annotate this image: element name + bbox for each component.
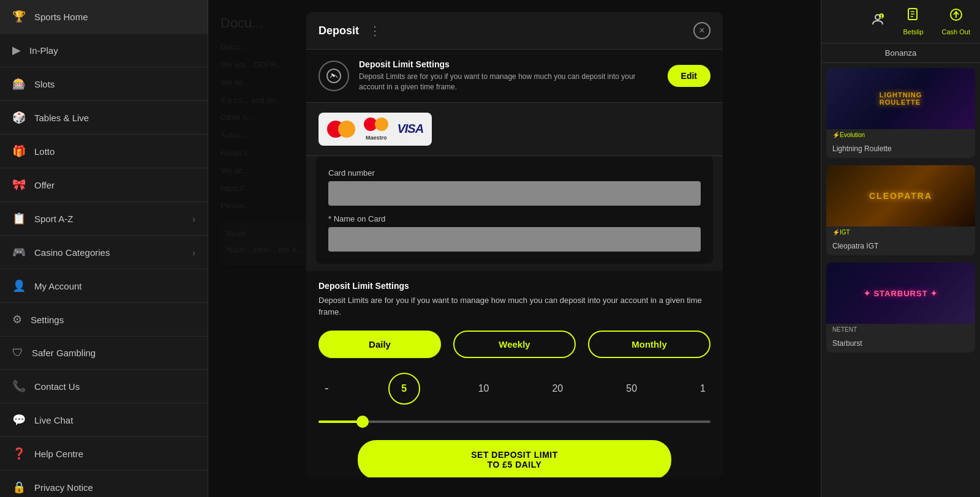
sidebar-item-label: In-Play [29,45,58,56]
sidebar-item-label: Offer [34,180,55,190]
chevron-right-icon: › [192,214,195,224]
account-top-icon: 1 [870,12,885,31]
sidebar-item-contact-us[interactable]: 📞 Contact Us [0,370,208,403]
sidebar-item-lotto[interactable]: 🎁 Lotto [0,135,208,168]
shield-icon: 🛡 [12,346,23,359]
trophy-icon: 🏆 [12,10,26,23]
modal-overlay[interactable]: Deposit ⋮ × Deposit Limit Settings [208,0,821,497]
visa-logo: VISA [397,122,423,136]
amount-preset-10[interactable]: 10 [473,381,494,397]
offer-icon: 🎀 [12,178,26,192]
name-on-card-label: * Name on Card [328,214,701,223]
amount-selector: - 5 10 20 50 1 [318,373,710,405]
maestro-text: Maestro [364,135,388,141]
svg-text:1: 1 [880,14,883,18]
period-buttons-group: Daily Weekly Monthly [318,331,710,358]
top-bar: 1 Betslip C [821,0,980,43]
sidebar-item-label: Casino Categories [34,247,110,258]
daily-period-button[interactable]: Daily [318,331,441,358]
cashout-label: Cash Out [942,28,970,36]
sidebar-item-privacy-notice[interactable]: 🔒 Privacy Notice [0,471,208,497]
cashout-icon [949,7,963,26]
amount-preset-50[interactable]: 50 [621,381,642,397]
sidebar-item-label: My Account [34,281,82,291]
deposit-modal: Deposit ⋮ × Deposit Limit Settings [306,12,723,477]
netent-provider-badge: NETENT [826,324,975,334]
amount-minus-button[interactable]: - [318,378,335,399]
sidebar-item-help-centre[interactable]: ❓ Help Centre [0,437,208,471]
slots-icon: 🎰 [12,77,26,91]
sidebar-item-in-play[interactable]: ▶ In-Play [0,34,208,67]
deposit-settings-section: Deposit Limit Settings Deposit Limits ar… [306,271,723,477]
sidebar-item-label: Tables & Live [34,113,89,123]
igt-provider-badge: ⚡IGT [826,226,975,237]
sidebar-item-casino-categories[interactable]: 🎮 Casino Categories › [0,236,208,269]
main-area: Docu... Docu... We wa... GDPR... We ne..… [208,0,821,497]
game-name-cleopatra: Cleopatra IGT [826,237,975,255]
cleopatra-display-text: CLEOPATRA [869,191,932,201]
game-thumb-starburst: ✦ STARBURST ✦ [826,263,975,324]
svg-point-2 [333,75,335,77]
sidebar-scroll: 🏆 Sports Home ▶ In-Play 🎰 Slots 🎲 Tables… [0,0,208,497]
deposit-limit-banner: Deposit Limit Settings Deposit Limits ar… [306,50,723,103]
sidebar-item-slots[interactable]: 🎰 Slots [0,67,208,101]
amount-slider[interactable] [318,420,710,423]
top-bar-cashout[interactable]: Cash Out [942,7,970,36]
right-panel: 1 Betslip C [821,0,980,497]
deposit-limit-banner-text: Deposit Limit Settings Deposit Limits ar… [359,59,658,92]
modal-menu-dots[interactable]: ⋮ [369,23,381,38]
lightning-display-text: LIGHTNINGROULETTE [880,91,922,106]
chat-icon: 💬 [12,413,26,427]
settings-icon: ⚙ [12,313,22,326]
lock-icon: 🔒 [12,480,26,494]
sidebar-item-safer-gambling[interactable]: 🛡 Safer Gambling [0,337,208,370]
maestro-orange [375,118,388,131]
set-deposit-limit-button[interactable]: SET DEPOSIT LIMITTO £5 DAILY [358,440,671,477]
sidebar-item-label: Help Centre [34,449,83,459]
tables-icon: 🎲 [12,111,26,124]
maestro-label-wrapper: Maestro [364,118,388,141]
top-bar-account[interactable]: 1 [870,12,885,31]
amount-preset-1[interactable]: 1 [695,381,710,397]
sidebar-item-sport-az[interactable]: 📋 Sport A-Z › [0,202,208,236]
sidebar-item-offer[interactable]: 🎀 Offer [0,168,208,202]
betslip-icon [906,7,921,26]
amount-slider-container [318,414,710,425]
card-logos-inner: Maestro VISA [318,113,432,146]
game-card-cleopatra[interactable]: CLEOPATRA ⚡IGT Cleopatra IGT [826,165,975,255]
sidebar-item-label: Lotto [34,146,55,157]
sport-az-icon: 📋 [12,212,26,225]
card-number-input[interactable] [328,181,701,206]
modal-close-button[interactable]: × [693,22,710,39]
game-name-starburst: Starburst [826,334,975,353]
weekly-period-button[interactable]: Weekly [453,331,576,358]
game-thumb-cleopatra: CLEOPATRA [826,165,975,226]
sidebar-item-label: Sport A-Z [34,214,73,224]
card-form: Card number * Name on Card [316,156,713,264]
lotto-icon: 🎁 [12,144,26,158]
game-thumb-lightning: LIGHTNINGROULETTE [826,68,975,129]
sidebar-item-label: Live Chat [34,415,73,425]
card-number-label: Card number [328,168,701,177]
game-card-lightning-roulette[interactable]: LIGHTNINGROULETTE ⚡Evolution Lightning R… [826,68,975,158]
sidebar-item-label: Sports Home [34,12,88,22]
name-on-card-input[interactable] [328,227,701,252]
modal-title: Deposit [318,24,359,37]
modal-header-left: Deposit ⋮ [318,23,381,38]
sidebar-item-label: Settings [31,315,64,325]
edit-button[interactable]: Edit [668,65,710,87]
monthly-period-button[interactable]: Monthly [588,331,710,358]
deposit-settings-title: Deposit Limit Settings [318,281,710,291]
sidebar-item-settings[interactable]: ⚙ Settings [0,303,208,337]
sidebar-item-live-chat[interactable]: 💬 Live Chat [0,403,208,437]
help-icon: ❓ [12,447,26,460]
sidebar: 🏆 Sports Home ▶ In-Play 🎰 Slots 🎲 Tables… [0,0,208,497]
sidebar-item-tables-live[interactable]: 🎲 Tables & Live [0,101,208,135]
sidebar-item-sports-home[interactable]: 🏆 Sports Home [0,0,208,34]
game-card-starburst[interactable]: ✦ STARBURST ✦ NETENT Starburst [826,263,975,353]
amount-preset-20[interactable]: 20 [547,381,568,397]
top-bar-betslip[interactable]: Betslip [903,7,924,36]
sidebar-item-my-account[interactable]: 👤 My Account [0,269,208,303]
phone-icon: 📞 [12,379,26,393]
amount-current-display: 5 [388,373,420,405]
